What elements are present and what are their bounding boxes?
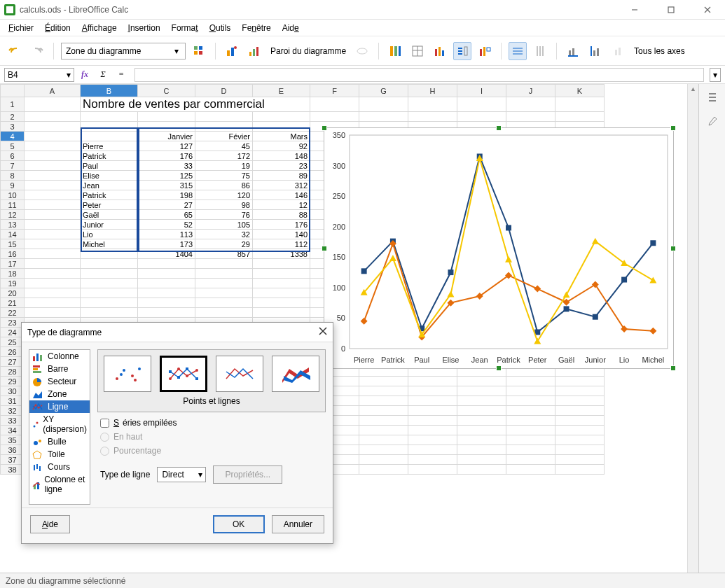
cell[interactable]: 1338 [253,249,310,259]
cell[interactable] [138,259,195,269]
cell[interactable]: Patrick [81,190,138,200]
cell[interactable] [25,220,81,230]
cell[interactable]: 23 [253,161,310,171]
cell[interactable]: Paul [81,161,138,171]
cell[interactable]: 140 [253,230,310,239]
column-header[interactable]: K [555,85,605,97]
cell[interactable]: 172 [195,151,253,161]
chart-type-item[interactable]: Barre [29,363,90,375]
cell[interactable]: 98 [195,200,253,210]
cell[interactable]: 45 [195,141,253,151]
cell[interactable] [310,97,359,112]
cell[interactable]: 89 [253,171,310,181]
cell[interactable] [25,230,81,239]
cell[interactable]: Jean [81,181,138,190]
cell[interactable] [359,426,408,435]
cell[interactable] [25,200,81,210]
axis-y-button[interactable] [586,42,605,60]
cell[interactable]: 88 [253,210,310,220]
name-box[interactable]: B4▾ [4,68,74,82]
cell[interactable] [25,97,81,112]
function-wizard-button[interactable]: fx [77,68,92,82]
cell[interactable]: 29 [195,239,253,249]
formula-dropdown-button[interactable]: ▾ [710,68,721,82]
resize-handle[interactable] [496,365,502,371]
cell[interactable] [138,298,195,308]
axis-x-button[interactable] [564,42,582,60]
data-table-button[interactable] [408,42,427,60]
menu-aide[interactable]: Aide [278,22,303,34]
cell[interactable] [81,298,138,308]
row-header[interactable]: 12 [1,210,25,220]
cell[interactable] [25,161,81,171]
resize-handle[interactable] [322,246,327,251]
row-header[interactable]: 20 [1,288,25,298]
cell[interactable] [25,308,81,318]
row-header[interactable]: 11 [1,200,25,210]
cell[interactable]: Janvier [138,132,195,141]
cell[interactable] [195,298,253,308]
cell[interactable]: 120 [195,190,253,200]
cell[interactable] [195,112,253,122]
window-close-button[interactable] [694,1,721,18]
cell[interactable] [555,465,605,475]
column-header[interactable]: D [195,85,253,97]
cell[interactable] [359,406,408,416]
subtype-points-and-lines[interactable] [160,356,207,392]
column-header[interactable]: G [359,85,408,97]
resize-handle[interactable] [322,125,327,131]
cell[interactable] [408,112,457,122]
cell[interactable]: Févier [195,132,253,141]
cell[interactable] [555,455,605,465]
cell[interactable] [506,465,555,475]
cell[interactable]: 33 [138,161,195,171]
cell[interactable] [555,406,605,416]
cell[interactable] [81,308,138,318]
cell[interactable] [253,308,310,318]
cell[interactable] [506,112,555,122]
cell[interactable] [195,122,253,132]
cell[interactable] [506,97,555,112]
chart-type-item[interactable]: Toile [29,448,90,461]
row-header[interactable]: 17 [1,259,25,269]
cell[interactable] [195,308,253,318]
cell[interactable]: Michel [81,239,138,249]
chart-type-item[interactable]: XY (dispersion) [29,413,90,435]
cell[interactable]: Gaël [81,210,138,220]
embedded-chart[interactable]: 050100150200250300350PierrePatrickPaulEl… [324,127,674,369]
column-header[interactable]: F [310,85,359,97]
cell[interactable] [457,435,506,445]
cell[interactable] [138,308,195,318]
row-header[interactable]: 7 [1,161,25,171]
cell[interactable]: 105 [195,220,253,230]
cell[interactable] [506,416,555,426]
cell[interactable]: 315 [138,181,195,190]
dialog-close-button[interactable] [319,327,327,337]
cell[interactable] [25,132,81,141]
cell[interactable] [555,396,605,406]
row-header[interactable]: 5 [1,141,25,151]
cell[interactable] [195,279,253,288]
cell[interactable]: Lio [81,230,138,239]
cell[interactable]: 113 [138,230,195,239]
cell[interactable] [253,112,310,122]
cell[interactable] [253,298,310,308]
column-header[interactable]: H [408,85,457,97]
menu-outils[interactable]: Outils [205,22,235,34]
cell[interactable] [25,239,81,249]
chart-type-item[interactable]: Bulle [29,435,90,448]
cell[interactable] [25,190,81,200]
cell[interactable]: 312 [253,181,310,190]
cell[interactable] [506,426,555,435]
cell[interactable] [359,377,408,386]
cell[interactable]: 52 [138,220,195,230]
cell[interactable] [359,445,408,455]
titles-button[interactable] [431,42,449,60]
column-header[interactable]: C [138,85,195,97]
spreadsheet-grid[interactable]: ABCDEFGHIJK1Nombre de ventes par commerc… [0,84,698,573]
cell[interactable]: Mars [253,132,310,141]
row-header[interactable]: 15 [1,239,25,249]
cell[interactable] [310,112,359,122]
menu-fenetre[interactable]: Fenêtre [237,22,275,34]
cell[interactable] [506,377,555,386]
